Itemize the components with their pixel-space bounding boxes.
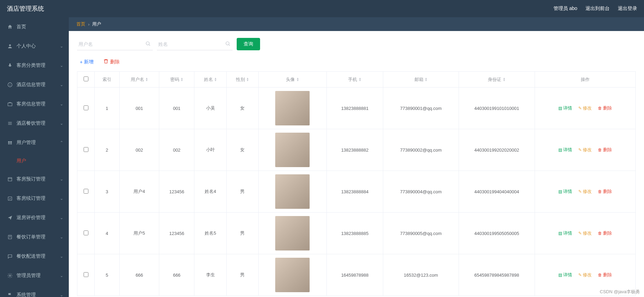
- sort-icon: ▲▼: [214, 78, 217, 82]
- plus-icon: +: [80, 59, 83, 65]
- edit-button[interactable]: ✎修改: [578, 188, 592, 195]
- th-ops: 操作: [535, 72, 635, 88]
- detail-button[interactable]: ▤详情: [558, 147, 572, 153]
- search-button[interactable]: 查询: [237, 38, 260, 50]
- row-checkbox[interactable]: [84, 272, 88, 277]
- sidebar-item-12[interactable]: 管理员管理⌄: [0, 266, 69, 285]
- delete-button[interactable]: 🗑删除: [598, 188, 612, 195]
- detail-button[interactable]: ▤详情: [558, 188, 572, 195]
- sidebar-item-7[interactable]: 客房预订管理⌄: [0, 170, 69, 189]
- detail-button[interactable]: ▤详情: [558, 272, 572, 278]
- cell-index: 1: [95, 88, 120, 129]
- th-gender[interactable]: 性别▲▼: [226, 72, 258, 88]
- cell-name: 小叶: [194, 129, 226, 171]
- cell-ops: ▤详情 ✎修改 🗑删除: [535, 88, 635, 129]
- username-input[interactable]: [77, 38, 153, 50]
- sidebar-item-label: 客房信息管理: [17, 101, 45, 107]
- name-input[interactable]: [157, 38, 233, 50]
- cell-phone: 16459878988: [327, 254, 383, 296]
- delete-button[interactable]: 🗑删除: [598, 105, 612, 111]
- home-icon: [7, 24, 13, 30]
- sidebar-item-label: 餐饮配送管理: [17, 253, 45, 259]
- cell-idcard: 654598789845987898: [459, 254, 535, 296]
- breadcrumb-home[interactable]: 首页: [76, 21, 85, 27]
- batch-delete-button[interactable]: 删除: [103, 59, 120, 65]
- th-username[interactable]: 用户名▲▼: [119, 72, 159, 88]
- sidebar-subitem[interactable]: 用户: [0, 152, 69, 170]
- cell-email: 16532@123.com: [383, 254, 459, 296]
- edit-button[interactable]: ✎修改: [578, 105, 592, 111]
- sidebar-item-3[interactable]: 酒店信息管理⌄: [0, 75, 69, 94]
- sidebar-item-4[interactable]: 客房信息管理⌄: [0, 94, 69, 114]
- select-all-checkbox[interactable]: [84, 76, 88, 81]
- sidebar-item-13[interactable]: 系统管理⌄: [0, 285, 69, 297]
- sidebar-item-1[interactable]: 个人中心⌄: [0, 37, 69, 56]
- sort-icon: ▲▼: [181, 78, 183, 82]
- delete-button[interactable]: 🗑删除: [598, 272, 612, 278]
- flag-icon: [7, 292, 13, 297]
- delete-button[interactable]: 🗑删除: [598, 147, 612, 153]
- sidebar-item-label: 客房分类管理: [17, 62, 45, 69]
- sidebar-item-label: 个人中心: [17, 43, 36, 49]
- row-checkbox[interactable]: [84, 105, 88, 110]
- detail-icon: ▤: [558, 106, 562, 111]
- sidebar-item-5[interactable]: 酒店餐饮管理⌄: [0, 114, 69, 133]
- th-phone[interactable]: 手机▲▼: [327, 72, 383, 88]
- detail-button[interactable]: ▤详情: [558, 105, 572, 111]
- svg-point-0: [9, 44, 11, 46]
- cell-username: 用户4: [119, 171, 159, 213]
- send-icon: [7, 215, 13, 221]
- sidebar-item-8[interactable]: 客房续订管理⌄: [0, 189, 69, 208]
- chevron-down-icon: ⌄: [60, 102, 63, 106]
- trash-icon: 🗑: [598, 189, 602, 194]
- cell-avatar: [258, 88, 326, 129]
- sidebar-item-10[interactable]: 餐饮订单管理⌄: [0, 227, 69, 247]
- svg-point-20: [146, 42, 149, 45]
- sidebar-item-9[interactable]: 退房评价管理⌄: [0, 208, 69, 227]
- th-password[interactable]: 密码▲▼: [159, 72, 194, 88]
- sidebar-item-6[interactable]: 用户管理⌃: [0, 133, 69, 152]
- app-title: 酒店管理系统: [7, 4, 44, 13]
- cell-avatar: [258, 213, 326, 254]
- edit-button[interactable]: ✎修改: [578, 230, 592, 236]
- edit-button[interactable]: ✎修改: [578, 147, 592, 153]
- th-email[interactable]: 邮箱▲▼: [383, 72, 459, 88]
- add-button[interactable]: + 新增: [80, 59, 94, 65]
- edit-button[interactable]: ✎修改: [578, 272, 592, 278]
- row-checkbox[interactable]: [84, 231, 88, 235]
- content: 查询 + 新增 删除 索引: [69, 31, 644, 297]
- cell-ops: ▤详情 ✎修改 🗑删除: [535, 213, 635, 254]
- th-avatar[interactable]: 头像▲▼: [258, 72, 326, 88]
- th-idcard[interactable]: 身份证▲▼: [459, 72, 535, 88]
- to-front-link[interactable]: 退出到前台: [586, 6, 610, 12]
- logout-link[interactable]: 退出登录: [618, 6, 637, 12]
- cell-password: 001: [159, 88, 194, 129]
- th-name[interactable]: 姓名▲▼: [194, 72, 226, 88]
- sidebar-item-0[interactable]: 首页: [0, 17, 69, 37]
- table-row: 1 001 001 小吴 女 13823888881 773890001@qq.…: [77, 88, 636, 129]
- sidebar-item-11[interactable]: 餐饮配送管理⌄: [0, 247, 69, 266]
- cell-email: 773890004@qq.com: [383, 171, 459, 213]
- admin-label[interactable]: 管理员 abo: [554, 6, 577, 12]
- sidebar-item-2[interactable]: 客房分类管理⌄: [0, 56, 69, 75]
- row-checkbox[interactable]: [84, 189, 88, 194]
- avatar-image: [275, 174, 310, 209]
- sidebar-item-label: 用户管理: [17, 140, 36, 146]
- row-checkbox[interactable]: [84, 147, 88, 152]
- cell-phone: 13823888884: [327, 171, 383, 213]
- cell-password: 123456: [159, 213, 194, 254]
- cell-idcard: 440300199202020002: [459, 129, 535, 171]
- user-icon: [7, 43, 13, 49]
- delete-button[interactable]: 🗑删除: [598, 230, 612, 236]
- info-icon: [7, 82, 13, 88]
- sidebar-item-label: 酒店餐饮管理: [17, 120, 45, 126]
- cell-gender: 男: [226, 171, 258, 213]
- breadcrumb-sep: ›: [88, 22, 89, 27]
- svg-rect-10: [10, 141, 12, 143]
- detail-button[interactable]: ▤详情: [558, 230, 572, 236]
- cell-username: 666: [119, 254, 159, 296]
- main-area: 首页 › 用户 查询: [69, 17, 644, 297]
- svg-rect-15: [8, 197, 12, 200]
- cell-index: 2: [95, 129, 120, 171]
- briefcase-icon: [7, 101, 13, 107]
